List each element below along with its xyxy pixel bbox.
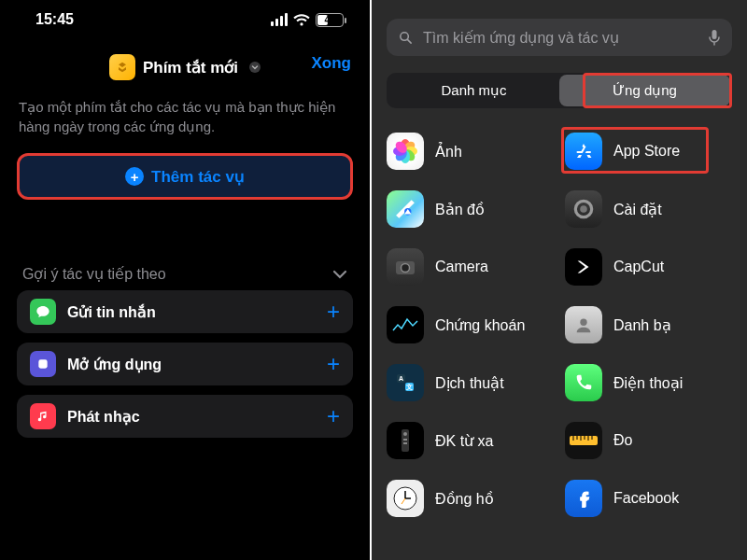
phone-icon (565, 364, 602, 401)
remote-icon (387, 422, 424, 459)
app-remote[interactable]: ĐK từ xa (387, 418, 554, 463)
status-bar: 15:45 46 (0, 0, 370, 34)
contacts-icon (565, 306, 602, 343)
app-measure[interactable]: Đo (565, 418, 732, 463)
svg-point-15 (403, 432, 407, 436)
measure-icon (565, 422, 602, 459)
status-time: 15:45 (35, 11, 74, 28)
app-stocks[interactable]: Chứng khoán (387, 302, 554, 347)
clock-icon (387, 480, 424, 517)
add-action-button[interactable]: + Thêm tác vụ (17, 153, 353, 200)
svg-point-8 (402, 264, 410, 273)
search-placeholder: Tìm kiếm ứng dụng và tác vụ (423, 29, 698, 47)
suggestion-send-message[interactable]: Gửi tin nhắn + (17, 290, 353, 333)
app-settings[interactable]: Cài đặt (565, 187, 732, 231)
app-phone[interactable]: Điện thoại (565, 360, 732, 405)
suggestions-list: Gửi tin nhắn + Mở ứng dụng + P (0, 283, 370, 438)
app-photos[interactable]: Ảnh (387, 129, 554, 174)
svg-rect-3 (712, 30, 717, 39)
app-picker-screen: Tìm kiếm ứng dụng và tác vụ Danh mục Ứng… (372, 0, 747, 560)
suggestion-label: Mở ứng dụng (67, 356, 162, 373)
open-app-icon (30, 351, 56, 377)
suggestions-title: Gợi ý tác vụ tiếp theo (22, 265, 166, 283)
suggestion-label: Gửi tin nhắn (67, 303, 156, 321)
app-store-icon (565, 133, 602, 170)
shortcut-header: Phím tắt mới Xong (0, 34, 370, 95)
app-translate[interactable]: A文 Dịch thuật (387, 360, 554, 405)
mic-icon[interactable] (708, 29, 721, 46)
segment-apps[interactable]: Ứng dụng (559, 75, 730, 106)
translate-icon: A文 (387, 364, 424, 401)
chevron-down-icon (332, 270, 347, 279)
shortcut-badge-icon (109, 54, 135, 80)
svg-point-2 (401, 32, 409, 40)
apps-grid: Ảnh App Store Bản đồ Cài đặt (372, 125, 747, 521)
svg-rect-17 (403, 442, 407, 444)
battery-icon: 46 (316, 13, 344, 27)
capcut-icon (565, 248, 602, 286)
music-icon (30, 403, 56, 429)
suggestion-label: Phát nhạc (67, 408, 140, 426)
done-button[interactable]: Xong (312, 54, 352, 73)
svg-point-6 (580, 205, 587, 213)
stocks-icon (387, 306, 424, 343)
svg-point-0 (249, 62, 261, 73)
app-capcut[interactable]: CapCut (565, 245, 732, 289)
search-field[interactable]: Tìm kiếm ứng dụng và tác vụ (387, 19, 732, 56)
chevron-down-icon (249, 62, 261, 73)
plus-icon[interactable]: + (327, 403, 340, 429)
add-action-label: Thêm tác vụ (151, 167, 245, 187)
cellular-icon (271, 13, 288, 26)
facebook-icon (565, 480, 602, 517)
maps-icon (387, 190, 424, 228)
shortcut-description: Tạo một phím tắt cho các tác vụ mà bạn t… (0, 95, 370, 153)
status-right: 46 (271, 13, 344, 27)
messages-icon (30, 299, 56, 325)
settings-icon (565, 190, 602, 228)
svg-rect-16 (403, 439, 407, 441)
app-facebook[interactable]: Facebook (565, 476, 732, 521)
search-icon (398, 30, 414, 46)
svg-rect-1 (38, 359, 47, 368)
camera-icon (387, 248, 424, 286)
photos-icon (387, 133, 424, 170)
segment-categories[interactable]: Danh mục (388, 75, 559, 106)
app-maps[interactable]: Bản đồ (387, 187, 554, 231)
plus-icon[interactable]: + (327, 299, 340, 325)
plus-circle-icon: + (125, 167, 144, 186)
segment-control: Danh mục Ứng dụng (387, 73, 732, 108)
wifi-icon (293, 14, 310, 26)
svg-text:文: 文 (405, 383, 413, 391)
shortcut-title-button[interactable]: Phím tắt mới (109, 54, 261, 80)
plus-icon[interactable]: + (327, 351, 340, 377)
svg-point-9 (580, 319, 586, 326)
shortcuts-editor-screen: 15:45 46 Phím tắt mới Xong Tạo một phím … (0, 0, 372, 560)
app-camera[interactable]: Camera (387, 245, 554, 289)
suggestions-header[interactable]: Gợi ý tác vụ tiếp theo (0, 265, 370, 283)
app-app-store[interactable]: App Store (565, 129, 732, 174)
shortcut-title: Phím tắt mới (143, 58, 238, 77)
app-contacts[interactable]: Danh bạ (565, 302, 732, 347)
app-clock[interactable]: Đồng hồ (387, 476, 554, 521)
svg-text:A: A (399, 375, 403, 382)
suggestion-play-music[interactable]: Phát nhạc + (17, 395, 353, 438)
suggestion-open-app[interactable]: Mở ứng dụng + (17, 343, 353, 385)
